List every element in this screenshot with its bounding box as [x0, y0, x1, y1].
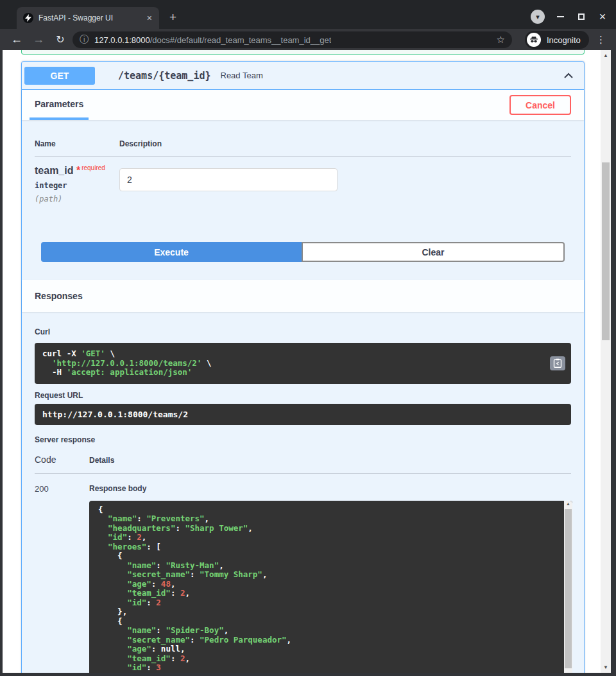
required-label: required — [81, 164, 105, 171]
fastapi-favicon-icon — [23, 13, 33, 23]
column-header-description: Description — [119, 139, 162, 148]
tab-strip: FastAPI - Swagger UI × + ▾ × — [0, 0, 616, 29]
scrollbar-thumb[interactable] — [602, 162, 610, 340]
browser-toolbar: ← → ↻ ⓘ 127.0.0.1:8000/docs#/default/rea… — [0, 29, 616, 50]
scroll-up-icon[interactable]: ▲ — [564, 501, 572, 506]
response-table-header: Code Details — [35, 455, 571, 474]
incognito-badge: Incognito — [525, 31, 589, 49]
http-method-badge: GET — [24, 67, 95, 85]
browser-tab[interactable]: FastAPI - Swagger UI × — [17, 7, 159, 29]
browser-window: FastAPI - Swagger UI × + ▾ × ← → ↻ ⓘ 127… — [0, 0, 616, 676]
incognito-label: Incognito — [547, 35, 581, 45]
request-url-title: Request URL — [35, 391, 571, 400]
response-body-code: { "name": "Preventers", "headquarters": … — [89, 501, 572, 673]
collapse-chevron-up-icon[interactable] — [562, 69, 575, 82]
get-operation-block: GET /teams/{team_id} Read Team Parameter… — [21, 61, 585, 673]
responses-section-header: Responses — [22, 280, 584, 312]
response-body-title: Response body — [89, 484, 572, 493]
window-minimize-button[interactable] — [554, 11, 566, 22]
operation-path: /teams/{team_id} — [118, 70, 211, 82]
scrollbar-up-icon[interactable]: ▲ — [601, 53, 611, 58]
response-row: 200 Response body { "name": "Preventers"… — [35, 484, 571, 673]
team-id-input[interactable] — [119, 168, 338, 191]
request-url-value: http://127.0.0.1:8000/teams/2 — [35, 404, 571, 425]
reload-button[interactable]: ↻ — [53, 29, 68, 50]
clipboard-icon — [553, 358, 562, 368]
chrome-chevron-button[interactable]: ▾ — [531, 10, 545, 24]
cancel-button[interactable]: Cancel — [509, 95, 571, 115]
window-close-button[interactable]: × — [597, 11, 608, 22]
column-header-name: Name — [35, 139, 119, 148]
execute-row: Execute Clear — [22, 229, 584, 280]
curl-code-block: curl -X 'GET' \ 'http://127.0.0.1:8000/t… — [35, 343, 571, 384]
parameter-name: team_id *required — [35, 164, 119, 177]
scrollbar-down-icon[interactable]: ▼ — [601, 664, 611, 670]
page-content: GET /teams/{team_id} Read Team Parameter… — [3, 50, 601, 673]
page-scrollbar[interactable]: ▲ ▼ — [601, 50, 611, 673]
parameters-section-header: Parameters Cancel — [22, 90, 584, 120]
tab-parameters[interactable]: Parameters — [30, 90, 89, 120]
clear-button[interactable]: Clear — [302, 242, 565, 262]
incognito-icon — [527, 33, 541, 47]
maximize-icon — [578, 13, 585, 20]
response-body-block: { "name": "Preventers", "headquarters": … — [89, 501, 572, 673]
url-path: /docs#/default/read_team_teams__team_id_… — [150, 35, 332, 45]
curl-title: Curl — [35, 327, 571, 336]
url-host: 127.0.0.1:8000 — [94, 35, 150, 45]
response-body-scrollbar[interactable]: ▲ — [564, 501, 572, 673]
tab-title: FastAPI - Swagger UI — [38, 13, 145, 22]
required-asterisk: * — [76, 165, 80, 176]
window-maximize-button[interactable] — [576, 11, 587, 22]
operation-summary-text: Read Team — [221, 71, 263, 80]
copy-to-clipboard-button[interactable] — [550, 356, 565, 370]
responses-title: Responses — [35, 291, 83, 301]
back-button[interactable]: ← — [9, 29, 24, 50]
response-scrollbar-thumb[interactable] — [565, 509, 572, 668]
status-code: 200 — [35, 484, 89, 673]
new-tab-button[interactable]: + — [169, 11, 176, 24]
page-info-icon[interactable]: ⓘ — [80, 34, 89, 46]
responses-content: Curl curl -X 'GET' \ 'http://127.0.0.1:8… — [22, 312, 584, 673]
parameter-location: (path) — [35, 195, 119, 204]
details-column-header: Details — [89, 456, 114, 465]
parameter-type: integer — [35, 181, 119, 190]
code-column-header: Code — [35, 455, 89, 465]
parameter-row: team_id *required integer (path) — [35, 157, 571, 204]
forward-button[interactable]: → — [31, 29, 46, 50]
previous-operation-bottom-edge — [21, 50, 585, 55]
url-text: 127.0.0.1:8000/docs#/default/read_team_t… — [94, 35, 331, 45]
tab-close-icon[interactable]: × — [145, 13, 154, 23]
address-bar[interactable]: ⓘ 127.0.0.1:8000/docs#/default/read_team… — [73, 31, 512, 48]
operation-summary[interactable]: GET /teams/{team_id} Read Team — [22, 62, 584, 90]
close-icon: × — [599, 12, 606, 22]
minimize-icon — [557, 16, 564, 17]
server-response-title: Server response — [35, 435, 571, 444]
browser-menu-button[interactable]: ⋮ — [596, 29, 606, 50]
bookmark-star-icon[interactable]: ☆ — [497, 34, 505, 46]
execute-button[interactable]: Execute — [41, 242, 302, 262]
curl-code: curl -X 'GET' \ 'http://127.0.0.1:8000/t… — [42, 349, 563, 377]
parameters-table: Name Description team_id *required integ… — [22, 120, 584, 229]
